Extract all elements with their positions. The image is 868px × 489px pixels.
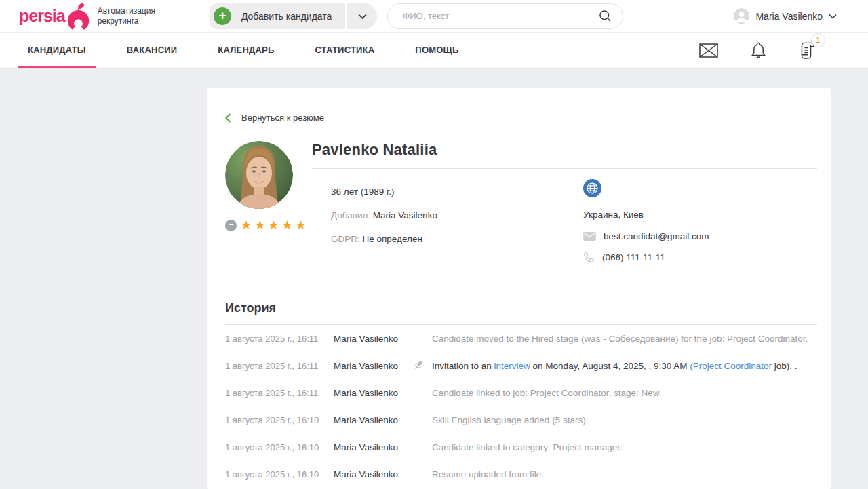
candidate-email[interactable]: best.candidat@gmail.com [604, 231, 709, 241]
history-description: Invitation to an interview on Monday, Au… [432, 361, 817, 371]
logo[interactable]: persia Автоматизация рекрутинга [19, 0, 155, 33]
microphone-icon [412, 359, 424, 372]
user-avatar-icon [734, 8, 749, 24]
logo-text: persia [19, 6, 65, 26]
job-link[interactable]: (Project Coordinator [690, 361, 772, 371]
history-log-button[interactable]: 1 [799, 41, 816, 60]
add-candidate-label: Добавить кандидата [241, 11, 332, 22]
tab-help[interactable]: ПОМОЩЬ [406, 33, 468, 68]
history-date: 1 августа 2025 г., 16:11 [225, 334, 334, 344]
star-rating[interactable]: ★★★★★ [241, 218, 308, 233]
rating: − ★★★★★ [225, 218, 312, 233]
history-date: 1 августа 2025 г., 16:10 [225, 415, 334, 425]
history-author: Maria Vasilenko [334, 469, 412, 480]
phone-row: (066) 111-11-11 [583, 252, 817, 263]
history-date: 1 августа 2025 г., 16:10 [225, 469, 334, 480]
tab-statistics[interactable]: СТАТИСТИКА [305, 33, 384, 68]
history-date: 1 августа 2025 г., 16:10 [225, 442, 334, 452]
history-icon-slot [412, 359, 432, 372]
profile-section: − ★★★★★ Pavlenko Nataliia 36 лет (1989 г… [225, 141, 817, 273]
history-description: Candidate linked to job: Project Coordin… [432, 388, 817, 398]
history-section: История 1 августа 2025 г., 16:11 Maria V… [225, 301, 817, 488]
main-nav: КАНДИДАТЫ ВАКАНСИИ КАЛЕНДАРЬ СТАТИСТИКА … [0, 33, 868, 68]
candidate-details: 36 лет (1989 г.) Добавил: Maria Vasilenk… [312, 187, 817, 273]
brand-tagline: Автоматизация рекрутинга [98, 6, 155, 26]
candidate-card: Вернуться к резюме [207, 88, 831, 489]
gdpr-value: Не определен [363, 234, 422, 244]
candidate-location: Украина, Киев [583, 210, 817, 220]
add-candidate-button[interactable]: + Добавить кандидата [210, 3, 345, 29]
add-candidate-dropdown-button[interactable] [347, 3, 377, 29]
user-name: Maria Vasilenko [755, 11, 823, 22]
added-by-row: Добавил: Maria Vasilenko [331, 210, 583, 220]
history-description: Candidate moved to the Hired stage (was … [432, 334, 817, 344]
history-author: Maria Vasilenko [334, 334, 412, 344]
notifications-button[interactable] [751, 41, 766, 59]
divider [312, 168, 817, 169]
search-input[interactable] [401, 10, 599, 22]
gdpr-label: GDPR: [331, 234, 360, 244]
app-header: persia Автоматизация рекрутинга + Добави… [0, 0, 868, 33]
star-icon[interactable]: ★ [281, 218, 294, 233]
history-date: 1 августа 2025 г., 16:11 [225, 361, 334, 371]
back-chevron-icon [225, 113, 231, 123]
history-row: 1 августа 2025 г., 16:10 Maria Vasilenko… [225, 461, 817, 488]
bell-icon [751, 41, 766, 59]
email-row: best.candidat@gmail.com [583, 231, 817, 241]
tab-candidates[interactable]: КАНДИДАТЫ [18, 33, 96, 68]
history-text: Invitation to an [432, 361, 494, 371]
history-text: on Monday, August 4, 2025, , 9:30 AM [530, 361, 690, 371]
history-badge: 1 [811, 33, 825, 47]
history-author: Maria Vasilenko [334, 415, 412, 425]
candidate-name: Pavlenko Nataliia [312, 141, 817, 159]
add-candidate-split-button: + Добавить кандидата [210, 3, 377, 29]
history-description: Candidate linked to category: Project ma… [432, 442, 817, 452]
back-to-resume-link[interactable]: Вернуться к резюме [225, 88, 324, 123]
globe-row [583, 179, 817, 200]
search-icon[interactable] [599, 9, 612, 22]
gdpr-row: GDPR: Не определен [331, 234, 583, 244]
mail-icon [699, 43, 718, 58]
email-icon [583, 232, 596, 241]
globe-icon[interactable] [583, 179, 601, 197]
photo-column: − ★★★★★ [225, 141, 312, 273]
details-left-column: 36 лет (1989 г.) Добавил: Maria Vasilenk… [331, 187, 583, 273]
persia-logo-icon [66, 2, 91, 33]
tab-calendar[interactable]: КАЛЕНДАРЬ [208, 33, 283, 68]
history-row: 1 августа 2025 г., 16:11 Maria Vasilenko… [225, 325, 817, 352]
profile-main: Pavlenko Nataliia 36 лет (1989 г.) Добав… [312, 141, 817, 273]
tab-vacancies[interactable]: ВАКАНСИИ [117, 33, 187, 68]
history-author: Maria Vasilenko [334, 442, 412, 452]
history-description: Skill English language added (5 stars). [432, 415, 817, 425]
star-icon[interactable]: ★ [296, 218, 308, 233]
interview-link[interactable]: interview [494, 361, 530, 371]
remove-rating-icon[interactable]: − [225, 220, 237, 231]
details-right-column: Украина, Киев best.candidat@gmail.com (0… [583, 179, 817, 273]
star-icon[interactable]: ★ [268, 218, 280, 233]
added-by-label: Добавил: [331, 210, 370, 220]
history-date: 1 августа 2025 г., 16:11 [225, 388, 334, 398]
back-link-label: Вернуться к резюме [241, 113, 324, 123]
add-plus-icon: + [214, 7, 231, 25]
chevron-down-icon [829, 14, 837, 19]
star-icon[interactable]: ★ [241, 218, 253, 233]
history-row: 1 августа 2025 г., 16:10 Maria Vasilenko… [225, 406, 817, 433]
history-text: job). . [772, 361, 797, 371]
history-author: Maria Vasilenko [334, 361, 412, 371]
chevron-down-icon [358, 14, 367, 19]
candidate-photo[interactable] [225, 141, 293, 209]
history-row: 1 августа 2025 г., 16:11 Maria Vasilenko… [225, 379, 817, 406]
star-icon[interactable]: ★ [254, 218, 267, 233]
history-description: Resume uploaded from file. [432, 469, 817, 480]
user-menu[interactable]: Maria Vasilenko [734, 8, 837, 24]
candidate-age: 36 лет (1989 г.) [331, 187, 583, 197]
history-row: 1 августа 2025 г., 16:10 Maria Vasilenko… [225, 433, 817, 461]
history-author: Maria Vasilenko [334, 388, 412, 398]
added-by-value: Maria Vasilenko [373, 210, 437, 220]
history-row: 1 августа 2025 г., 16:11 Maria Vasilenko… [225, 352, 817, 379]
history-title: История [225, 301, 817, 315]
nav-icon-group: 1 [699, 41, 816, 60]
mail-button[interactable] [699, 43, 718, 58]
candidate-phone[interactable]: (066) 111-11-11 [602, 252, 665, 262]
phone-icon [583, 252, 595, 263]
